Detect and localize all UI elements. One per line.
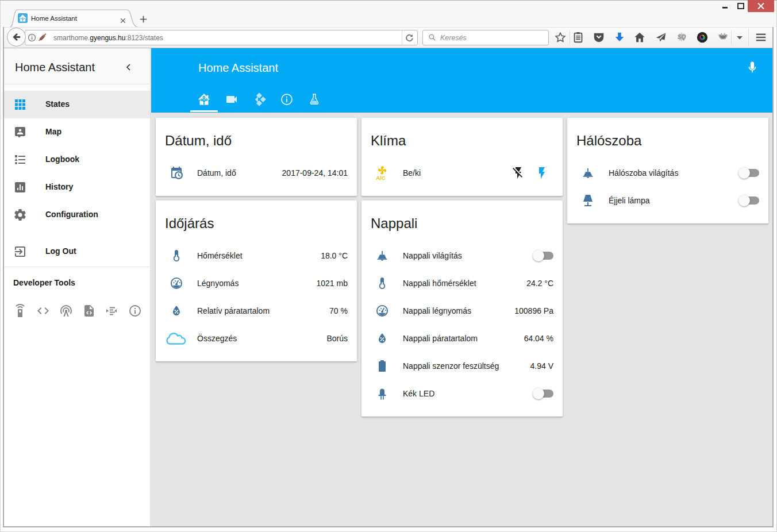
svg-text:SQ: SQ [678,34,686,40]
svg-text:A/C: A/C [376,175,386,180]
